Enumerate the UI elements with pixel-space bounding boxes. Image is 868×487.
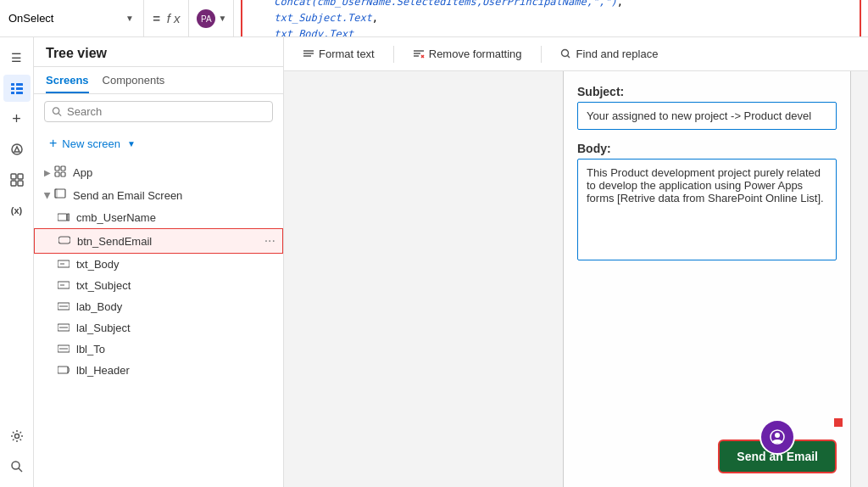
property-select-area[interactable]: OnSelect ▼ <box>0 0 144 36</box>
powerapps-logo-icon: PA <box>196 8 216 29</box>
tree-item-lbl-header[interactable]: lbl_Header <box>34 360 283 381</box>
expand-icon: ▶ <box>43 193 53 199</box>
svg-point-14 <box>12 462 19 469</box>
more-options-icon[interactable]: ··· <box>264 233 275 249</box>
format-text-icon <box>303 48 314 60</box>
property-dropdown-chevron: ▼ <box>125 14 134 23</box>
tree-item-label: lab_Body <box>76 300 122 313</box>
tree-item-label: App <box>73 166 92 179</box>
tree-panel: Tree view Screens Components + New scree… <box>34 37 284 487</box>
label2-icon <box>58 322 70 334</box>
svg-text:PA: PA <box>201 14 212 24</box>
body-value: This Product development project purely … <box>587 166 824 204</box>
subject-value: Your assigned to new project -> Product … <box>587 109 811 122</box>
tree-item-btn-sendemail[interactable]: btn_SendEmail ··· <box>34 228 283 254</box>
app-icon <box>54 165 66 180</box>
formula-area[interactable]: Office365Outlook.SendEmailV2( Concat(cmb… <box>234 0 868 36</box>
svg-rect-24 <box>58 214 67 221</box>
new-screen-label: New screen <box>62 137 120 150</box>
tree-item-label: lbl_Header <box>76 364 130 377</box>
combobox-icon <box>58 212 70 224</box>
toolbar-separator <box>393 46 394 63</box>
powerapps-dropdown-arrow[interactable]: ▼ <box>218 14 226 23</box>
tree-items: ▶ App ▶ Send an Email Screen cmb_UserNa <box>34 161 283 487</box>
fx-area: = f x <box>144 0 189 36</box>
tree-item-cmb-username[interactable]: cmb_UserName <box>34 207 283 228</box>
label-icon <box>58 301 70 313</box>
send-button-container: Send an Email <box>718 439 837 473</box>
search-input[interactable] <box>67 105 265 118</box>
svg-rect-12 <box>18 181 23 186</box>
textbox-icon <box>58 259 70 271</box>
expand-icon: ▶ <box>44 168 51 177</box>
format-text-button[interactable]: Format text <box>294 44 383 64</box>
add-icon[interactable]: + <box>3 105 31 132</box>
tree-search-box[interactable] <box>44 101 273 122</box>
tree-item-label: lal_Subject <box>76 322 131 334</box>
label4-icon <box>58 365 70 377</box>
svg-rect-7 <box>16 92 23 94</box>
body-field[interactable]: This Product development project purely … <box>577 159 837 260</box>
body-label: Body: <box>577 142 837 155</box>
svg-line-15 <box>19 468 22 472</box>
svg-rect-3 <box>16 83 23 86</box>
shapes-icon[interactable] <box>3 136 31 163</box>
tree-item-label: txt_Subject <box>76 279 131 292</box>
notification-dot <box>833 417 843 428</box>
subject-field[interactable]: Your assigned to new project -> Product … <box>577 102 837 130</box>
tree-item-label: btn_SendEmail <box>77 235 152 248</box>
formula-editor[interactable]: Office365Outlook.SendEmailV2( Concat(cmb… <box>241 0 861 36</box>
svg-line-49 <box>567 55 570 58</box>
property-dropdown[interactable]: OnSelect <box>8 12 119 25</box>
svg-rect-18 <box>55 166 59 171</box>
fx-symbol: = <box>153 11 160 25</box>
search-icon <box>52 106 62 117</box>
svg-point-51 <box>775 433 780 438</box>
tree-item-label: cmb_UserName <box>76 211 156 224</box>
label3-icon <box>58 344 70 355</box>
tree-item-lal-subject[interactable]: lal_Subject <box>34 317 283 339</box>
data-icon[interactable] <box>3 166 31 193</box>
remove-formatting-icon <box>413 48 425 60</box>
tab-components[interactable]: Components <box>103 67 165 93</box>
search-icon[interactable] <box>3 453 31 480</box>
svg-rect-4 <box>11 87 14 90</box>
formula-text: Office365Outlook.SendEmailV2( Concat(cmb… <box>249 0 853 36</box>
new-screen-button[interactable]: + New screen ▼ <box>44 132 273 154</box>
send-icon <box>769 428 786 445</box>
tree-item-send-email-screen[interactable]: ▶ Send an Email Screen <box>34 184 283 207</box>
find-replace-button[interactable]: Find and replace <box>552 44 667 64</box>
new-screen-chevron-icon: ▼ <box>127 139 136 148</box>
top-bar: OnSelect ▼ = f x PA ▼ Office365Outlook.S… <box>0 0 868 37</box>
variables-icon[interactable]: (x) <box>3 197 31 224</box>
svg-rect-26 <box>58 237 70 244</box>
send-button-area: Send an Email <box>577 414 837 473</box>
phone-frame: Subject: Your assigned to new project ->… <box>563 71 851 487</box>
tree-item-app[interactable]: ▶ App <box>34 161 283 184</box>
tree-tabs: Screens Components <box>34 67 283 94</box>
svg-rect-19 <box>61 166 65 171</box>
settings-icon[interactable] <box>3 423 31 450</box>
tree-item-label: Send an Email Screen <box>73 189 182 202</box>
tree-view-icon[interactable] <box>3 75 31 102</box>
tab-screens[interactable]: Screens <box>46 67 89 93</box>
svg-point-16 <box>53 108 58 114</box>
svg-rect-5 <box>16 87 23 90</box>
subject-label: Subject: <box>577 85 837 98</box>
tree-item-lbl-to[interactable]: lbl_To <box>34 339 283 360</box>
tree-item-txt-body[interactable]: txt_Body <box>34 254 283 275</box>
sidebar-icons: ☰ + (x) <box>0 37 34 487</box>
toolbar-separator2 <box>541 46 542 63</box>
powerapps-logo-area: PA ▼ <box>189 0 234 36</box>
new-screen-plus-icon: + <box>49 136 57 151</box>
canvas-area: Subject: Your assigned to new project ->… <box>284 71 868 487</box>
svg-line-17 <box>58 113 61 115</box>
tree-item-lab-body[interactable]: lab_Body <box>34 296 283 317</box>
svg-rect-21 <box>61 172 65 176</box>
svg-rect-11 <box>11 181 16 186</box>
textbox2-icon <box>58 280 70 292</box>
toolbar: Format text Remove formatting Find and r… <box>284 37 868 71</box>
hamburger-icon[interactable]: ☰ <box>3 44 31 71</box>
tree-item-txt-subject[interactable]: txt_Subject <box>34 275 283 296</box>
remove-formatting-button[interactable]: Remove formatting <box>404 44 531 64</box>
